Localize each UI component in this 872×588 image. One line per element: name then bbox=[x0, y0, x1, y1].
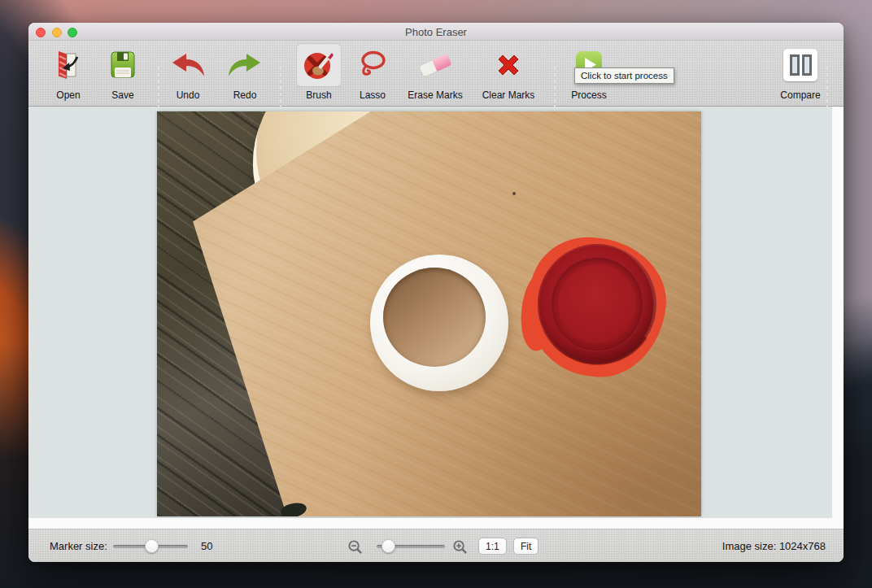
zoom-out-icon[interactable] bbox=[347, 539, 363, 555]
image-viewport[interactable] bbox=[28, 107, 832, 518]
compare-label: Compare bbox=[761, 89, 839, 101]
title-bar: Photo Eraser bbox=[28, 23, 844, 41]
photo-speck bbox=[512, 192, 516, 195]
process-tooltip: Click to start process bbox=[574, 68, 674, 84]
fit-button[interactable]: Fit bbox=[513, 538, 538, 555]
photo-eraser-window: Photo Eraser Open bbox=[28, 23, 844, 562]
clear-marks-label: Clear Marks bbox=[469, 89, 547, 101]
status-bar: Marker size: 50 1:1 Fit Image size: 1024… bbox=[28, 529, 844, 562]
actual-size-button[interactable]: 1:1 bbox=[478, 538, 507, 555]
compare-button[interactable]: Compare bbox=[761, 44, 839, 101]
redo-icon bbox=[223, 44, 267, 86]
erase-marks-label: Erase Marks bbox=[396, 89, 474, 101]
process-label: Process bbox=[550, 89, 628, 101]
zoom-slider[interactable] bbox=[377, 545, 445, 548]
redo-button[interactable]: Redo bbox=[206, 44, 284, 101]
horizontal-scrollbar[interactable] bbox=[28, 518, 832, 529]
edited-photo[interactable] bbox=[157, 111, 701, 516]
redo-label: Redo bbox=[206, 89, 284, 101]
image-size-text: Image size: 1024x768 bbox=[722, 540, 826, 552]
marker-size-slider[interactable] bbox=[113, 545, 188, 548]
marker-size-label: Marker size: bbox=[50, 540, 107, 552]
clear-marks-icon bbox=[486, 44, 530, 86]
undo-icon bbox=[166, 44, 210, 86]
save-icon bbox=[101, 44, 145, 86]
window-title: Photo Eraser bbox=[28, 26, 844, 38]
coffee-surface bbox=[383, 268, 486, 367]
erase-marks-button[interactable]: Erase Marks bbox=[396, 44, 474, 101]
canvas-area bbox=[28, 107, 844, 529]
zoom-in-icon[interactable] bbox=[452, 539, 468, 555]
red-lid bbox=[538, 244, 656, 364]
vertical-scrollbar[interactable] bbox=[832, 107, 844, 529]
eraser-icon bbox=[413, 44, 457, 86]
lasso-icon bbox=[351, 44, 395, 86]
toolbar: Open Save bbox=[28, 41, 844, 107]
clear-marks-button[interactable]: Clear Marks bbox=[469, 44, 547, 101]
zoom-slider-thumb[interactable] bbox=[382, 539, 395, 553]
coffee-cup bbox=[370, 255, 508, 391]
marker-size-slider-thumb[interactable] bbox=[145, 539, 159, 553]
marker-size-value: 50 bbox=[201, 540, 212, 552]
compare-icon bbox=[778, 44, 822, 86]
